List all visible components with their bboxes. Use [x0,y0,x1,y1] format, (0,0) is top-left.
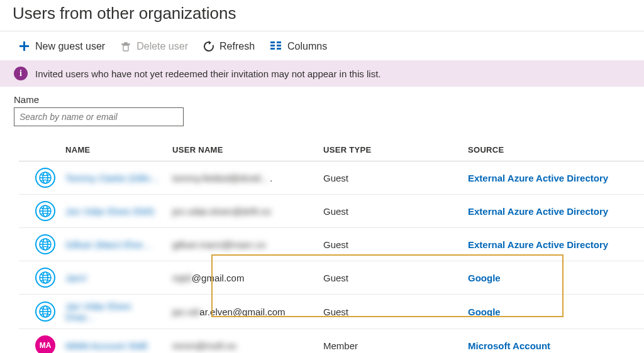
user-username: jan.vidar.elven@gmail.com [172,307,285,317]
user-type: Member [318,329,463,354]
svg-rect-4 [277,45,281,46]
user-type: Guest [318,195,463,228]
table-header-usertype[interactable]: USER TYPE [318,139,463,161]
svg-rect-5 [277,48,281,50]
table-header-avatar [19,139,60,161]
user-username: jon.vidar.elven@drift.no [172,206,271,217]
globe-icon [35,201,55,221]
globe-icon [35,268,55,288]
user-source-link[interactable]: External Azure Active Directory [468,239,608,250]
svg-rect-3 [277,41,281,43]
table-row[interactable]: MAMMM Account SMEmmm@msft.noMemberMicros… [19,329,644,354]
info-banner-text: Invited users who have not yet redeemed … [35,68,380,79]
user-type: Guest [318,295,463,329]
user-name-link[interactable]: Jan Vidar Elven Draa… [65,301,162,322]
users-table: NAME USER NAME USER TYPE SOURCE Tommy Cl… [19,139,644,353]
globe-icon [35,168,55,188]
user-source-link[interactable]: External Azure Active Directory [468,173,608,183]
delete-user-label: Delete user [136,41,188,52]
table-header-source[interactable]: SOURCE [463,139,644,161]
trash-icon [120,41,131,52]
toolbar: New guest user Delete user Refresh Colum… [0,31,644,60]
globe-icon [35,301,55,322]
user-username: mmm@msft.no [172,340,236,351]
search-input[interactable] [14,107,184,126]
user-source-link[interactable]: Google [468,307,501,317]
table-header-username[interactable]: USER NAME [167,139,318,161]
svg-rect-2 [270,48,275,50]
page-title: Users from other organizations [0,0,644,31]
table-row[interactable]: Tommy Clarke (Gllin…tommy.fieldsd@droid…… [19,161,644,195]
user-name-link[interactable]: MMM Account SME [65,340,148,351]
filter-label: Name [14,94,630,105]
svg-rect-0 [270,41,275,43]
table-row[interactable]: Jon Vidar Elven EMSjon.vidar.elven@drift… [19,195,644,228]
table-wrap: NAME USER NAME USER TYPE SOURCE Tommy Cl… [0,139,644,353]
user-type: Guest [318,228,463,261]
filter-zone: Name [0,87,644,129]
avatar-initials: MA [35,335,55,353]
user-name-link[interactable]: Gilluer (Marci Elve… [65,239,152,250]
user-source-link[interactable]: External Azure Active Directory [468,206,608,217]
user-type: Guest [318,261,463,295]
globe-icon [35,234,55,254]
new-guest-user-label: New guest user [35,41,105,52]
user-username: gilluer.marci@marc.co [172,239,266,250]
info-banner: i Invited users who have not yet redeeme… [0,60,644,87]
table-row[interactable]: JanVmjeli@gmail.comGuestGoogle [19,261,644,295]
user-name-link[interactable]: Jon Vidar Elven EMS [65,206,154,217]
columns-icon [270,41,282,52]
user-source-link[interactable]: Microsoft Account [468,340,550,351]
user-name-link[interactable]: Tommy Clarke (Gllin… [65,173,160,183]
table-header-name[interactable]: NAME [60,139,167,161]
refresh-label: Refresh [219,41,255,52]
plus-icon [18,40,30,53]
user-source-link[interactable]: Google [468,273,501,283]
delete-user-button: Delete user [120,41,188,52]
user-username: tommy.fieldsd@droid…. [172,173,272,183]
info-icon: i [14,67,28,80]
refresh-icon [203,41,214,52]
svg-rect-1 [270,45,275,46]
user-username: mjeli@gmail.com [172,273,244,283]
columns-label: Columns [287,41,327,52]
new-guest-user-button[interactable]: New guest user [18,40,105,53]
user-type: Guest [318,161,463,195]
refresh-button[interactable]: Refresh [203,41,255,52]
table-row[interactable]: Gilluer (Marci Elve…gilluer.marci@marc.c… [19,228,644,261]
columns-button[interactable]: Columns [270,41,327,52]
table-row[interactable]: Jan Vidar Elven Draa…jan.vidar.elven@gma… [19,295,644,329]
user-name-link[interactable]: JanV [65,273,87,283]
